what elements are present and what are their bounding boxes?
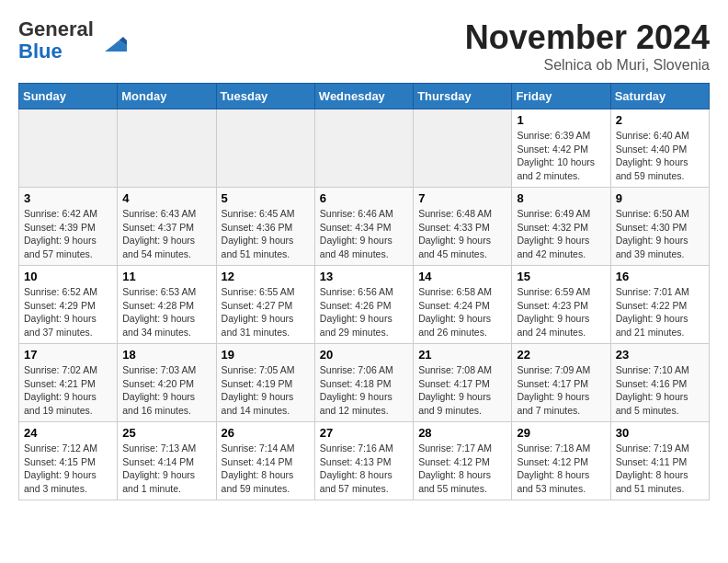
calendar-cell: 5Sunrise: 6:45 AMSunset: 4:36 PMDaylight… — [216, 188, 314, 266]
calendar-cell: 21Sunrise: 7:08 AMSunset: 4:17 PMDayligh… — [414, 344, 512, 422]
calendar-cell: 28Sunrise: 7:17 AMSunset: 4:12 PMDayligh… — [414, 422, 512, 500]
calendar-cell: 7Sunrise: 6:48 AMSunset: 4:33 PMDaylight… — [414, 188, 512, 266]
calendar-cell: 12Sunrise: 6:55 AMSunset: 4:27 PMDayligh… — [216, 266, 314, 344]
location-label: Selnica ob Muri, Slovenia — [465, 57, 710, 74]
day-number: 7 — [418, 191, 506, 205]
title-block: November 2024 Selnica ob Muri, Slovenia — [465, 18, 710, 74]
calendar-week-row: 10Sunrise: 6:52 AMSunset: 4:29 PMDayligh… — [19, 266, 710, 344]
calendar-cell: 19Sunrise: 7:05 AMSunset: 4:19 PMDayligh… — [216, 344, 314, 422]
day-number: 3 — [24, 191, 112, 205]
day-number: 17 — [24, 348, 112, 362]
calendar-cell: 13Sunrise: 6:56 AMSunset: 4:26 PMDayligh… — [314, 266, 413, 344]
day-info: Sunrise: 6:48 AMSunset: 4:33 PMDaylight:… — [418, 207, 506, 261]
day-info: Sunrise: 7:16 AMSunset: 4:13 PMDaylight:… — [320, 442, 408, 496]
day-info: Sunrise: 7:05 AMSunset: 4:19 PMDaylight:… — [222, 363, 310, 418]
logo: General Blue — [18, 18, 127, 63]
day-number: 11 — [122, 270, 210, 283]
day-number: 23 — [616, 348, 704, 362]
day-info: Sunrise: 6:55 AMSunset: 4:27 PMDaylight:… — [222, 285, 310, 339]
day-number: 28 — [418, 426, 506, 440]
calendar-cell: 2Sunrise: 6:40 AMSunset: 4:40 PMDaylight… — [610, 109, 709, 188]
calendar-cell — [19, 109, 118, 188]
day-number: 9 — [616, 191, 704, 205]
day-number: 6 — [320, 191, 408, 205]
calendar-cell: 3Sunrise: 6:42 AMSunset: 4:39 PMDaylight… — [19, 188, 118, 266]
calendar-cell — [314, 109, 413, 188]
calendar-cell: 17Sunrise: 7:02 AMSunset: 4:21 PMDayligh… — [19, 344, 118, 422]
day-of-week-header: Friday — [512, 84, 610, 109]
day-number: 20 — [320, 348, 408, 362]
calendar-cell: 8Sunrise: 6:49 AMSunset: 4:32 PMDaylight… — [512, 188, 610, 266]
day-info: Sunrise: 6:45 AMSunset: 4:36 PMDaylight:… — [222, 207, 310, 261]
day-number: 15 — [517, 270, 605, 283]
day-number: 21 — [418, 348, 506, 362]
day-number: 2 — [616, 113, 704, 127]
calendar-cell: 10Sunrise: 6:52 AMSunset: 4:29 PMDayligh… — [19, 266, 118, 344]
day-info: Sunrise: 7:01 AMSunset: 4:22 PMDaylight:… — [616, 285, 704, 339]
day-number: 8 — [517, 191, 605, 205]
day-info: Sunrise: 6:42 AMSunset: 4:39 PMDaylight:… — [24, 207, 112, 261]
calendar-cell — [414, 109, 512, 188]
calendar-cell: 4Sunrise: 6:43 AMSunset: 4:37 PMDaylight… — [118, 188, 216, 266]
calendar-table: SundayMondayTuesdayWednesdayThursdayFrid… — [18, 83, 710, 500]
day-info: Sunrise: 7:09 AMSunset: 4:17 PMDaylight:… — [517, 363, 605, 418]
day-info: Sunrise: 6:59 AMSunset: 4:23 PMDaylight:… — [517, 285, 605, 339]
calendar-cell: 22Sunrise: 7:09 AMSunset: 4:17 PMDayligh… — [512, 344, 610, 422]
day-number: 19 — [222, 348, 310, 362]
calendar-cell: 23Sunrise: 7:10 AMSunset: 4:16 PMDayligh… — [610, 344, 709, 422]
day-number: 26 — [222, 426, 310, 440]
calendar-week-row: 17Sunrise: 7:02 AMSunset: 4:21 PMDayligh… — [19, 344, 710, 422]
calendar-cell: 27Sunrise: 7:16 AMSunset: 4:13 PMDayligh… — [314, 422, 413, 500]
day-of-week-header: Thursday — [414, 84, 512, 109]
calendar-cell: 6Sunrise: 6:46 AMSunset: 4:34 PMDaylight… — [314, 188, 413, 266]
day-number: 4 — [122, 191, 210, 205]
calendar-cell: 15Sunrise: 6:59 AMSunset: 4:23 PMDayligh… — [512, 266, 610, 344]
day-number: 12 — [222, 270, 310, 283]
month-title: November 2024 — [465, 18, 710, 57]
calendar-cell: 16Sunrise: 7:01 AMSunset: 4:22 PMDayligh… — [610, 266, 709, 344]
day-number: 30 — [616, 426, 704, 440]
day-info: Sunrise: 6:49 AMSunset: 4:32 PMDaylight:… — [517, 207, 605, 261]
calendar-cell: 26Sunrise: 7:14 AMSunset: 4:14 PMDayligh… — [216, 422, 314, 500]
day-info: Sunrise: 7:08 AMSunset: 4:17 PMDaylight:… — [418, 363, 506, 418]
day-info: Sunrise: 6:53 AMSunset: 4:28 PMDaylight:… — [122, 285, 210, 339]
day-of-week-header: Sunday — [19, 84, 118, 109]
day-number: 5 — [222, 191, 310, 205]
day-info: Sunrise: 7:13 AMSunset: 4:14 PMDaylight:… — [122, 442, 210, 496]
day-info: Sunrise: 7:06 AMSunset: 4:18 PMDaylight:… — [320, 363, 408, 418]
day-number: 1 — [517, 113, 605, 127]
logo-blue: Blue — [18, 40, 63, 63]
day-of-week-header: Wednesday — [314, 84, 413, 109]
day-number: 24 — [24, 426, 112, 440]
day-of-week-header: Tuesday — [216, 84, 314, 109]
day-info: Sunrise: 6:40 AMSunset: 4:40 PMDaylight:… — [616, 129, 704, 183]
day-number: 14 — [418, 270, 506, 283]
calendar-week-row: 1Sunrise: 6:39 AMSunset: 4:42 PMDaylight… — [19, 109, 710, 188]
day-info: Sunrise: 7:02 AMSunset: 4:21 PMDaylight:… — [24, 363, 112, 418]
calendar-week-row: 3Sunrise: 6:42 AMSunset: 4:39 PMDaylight… — [19, 188, 710, 266]
day-info: Sunrise: 6:46 AMSunset: 4:34 PMDaylight:… — [320, 207, 408, 261]
logo-general: General — [18, 17, 94, 40]
calendar-cell: 25Sunrise: 7:13 AMSunset: 4:14 PMDayligh… — [118, 422, 216, 500]
day-info: Sunrise: 7:12 AMSunset: 4:15 PMDaylight:… — [24, 442, 112, 496]
day-of-week-header: Monday — [118, 84, 216, 109]
calendar-cell: 14Sunrise: 6:58 AMSunset: 4:24 PMDayligh… — [414, 266, 512, 344]
calendar-cell — [118, 109, 216, 188]
day-info: Sunrise: 7:19 AMSunset: 4:11 PMDaylight:… — [616, 442, 704, 496]
calendar-cell — [216, 109, 314, 188]
day-info: Sunrise: 7:18 AMSunset: 4:12 PMDaylight:… — [517, 442, 605, 496]
day-number: 10 — [24, 270, 112, 283]
day-info: Sunrise: 6:50 AMSunset: 4:30 PMDaylight:… — [616, 207, 704, 261]
calendar-header-row: SundayMondayTuesdayWednesdayThursdayFrid… — [19, 84, 710, 109]
day-info: Sunrise: 7:03 AMSunset: 4:20 PMDaylight:… — [122, 363, 210, 418]
calendar-cell: 9Sunrise: 6:50 AMSunset: 4:30 PMDaylight… — [610, 188, 709, 266]
calendar-cell: 30Sunrise: 7:19 AMSunset: 4:11 PMDayligh… — [610, 422, 709, 500]
day-info: Sunrise: 6:52 AMSunset: 4:29 PMDaylight:… — [24, 285, 112, 339]
page-header: General Blue November 2024 Selnica ob Mu… — [18, 18, 710, 74]
day-info: Sunrise: 7:14 AMSunset: 4:14 PMDaylight:… — [222, 442, 310, 496]
day-info: Sunrise: 6:56 AMSunset: 4:26 PMDaylight:… — [320, 285, 408, 339]
day-number: 18 — [122, 348, 210, 362]
calendar-cell: 20Sunrise: 7:06 AMSunset: 4:18 PMDayligh… — [314, 344, 413, 422]
day-number: 16 — [616, 270, 704, 283]
day-number: 27 — [320, 426, 408, 440]
